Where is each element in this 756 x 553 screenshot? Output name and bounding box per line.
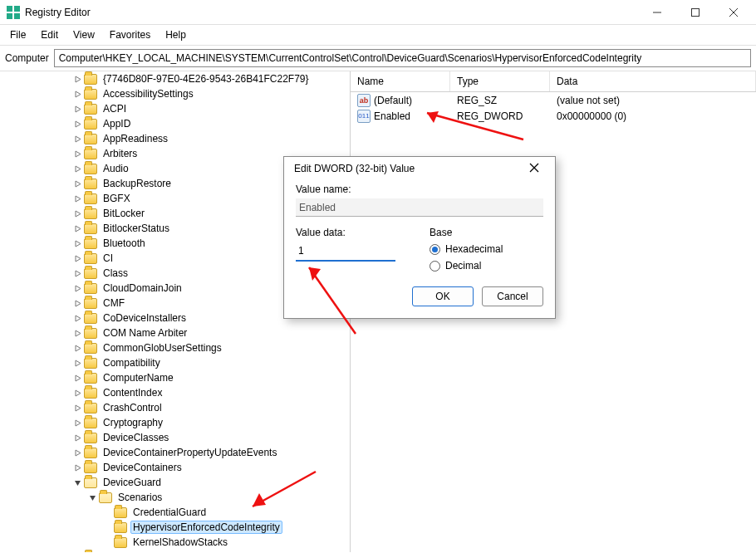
chevron-right-icon[interactable]: [71, 270, 83, 277]
value-type: REG_DWORD: [450, 110, 550, 122]
window-minimize-button[interactable]: [638, 0, 676, 25]
ok-button[interactable]: OK: [412, 286, 474, 306]
tree-node[interactable]: Scenarios: [0, 490, 346, 505]
tree-node[interactable]: DeviceContainerPropertyUpdateEvents: [0, 445, 346, 460]
dialog-close-button[interactable]: [522, 162, 547, 175]
svg-rect-0: [7, 6, 12, 12]
folder-icon: [84, 179, 97, 189]
chevron-right-icon[interactable]: [71, 300, 83, 307]
tree-node[interactable]: CommonGlobUserSettings: [0, 340, 346, 355]
value-row[interactable]: ab(Default)REG_SZ(value not set): [351, 92, 756, 108]
col-name[interactable]: Name: [351, 71, 450, 91]
value-data: (value not set): [550, 95, 756, 106]
tree-node[interactable]: DeviceContainers: [0, 460, 346, 475]
tree-node-label: DeviceOverrides: [101, 551, 179, 552]
menu-help[interactable]: Help: [159, 27, 193, 43]
chevron-right-icon[interactable]: [71, 76, 83, 83]
folder-icon: [84, 104, 97, 115]
address-bar: Computer: [0, 46, 756, 71]
tree-node-label: CI: [101, 252, 115, 264]
tree-node-label: CloudDomainJoin: [101, 282, 184, 294]
folder-icon: [84, 193, 97, 204]
tree-node-label: Compatibility: [101, 357, 163, 369]
folder-icon: [84, 373, 97, 384]
chevron-right-icon[interactable]: [71, 91, 83, 98]
window-maximize-button[interactable]: [676, 0, 714, 25]
tree-node[interactable]: {7746D80F-97E0-4E26-9543-26B41FC22F79}: [0, 71, 346, 86]
chevron-right-icon[interactable]: [71, 150, 83, 158]
address-label: Computer: [5, 52, 49, 64]
tree-node[interactable]: Compatibility: [0, 355, 346, 370]
tree-node[interactable]: AppID: [0, 116, 346, 131]
col-data[interactable]: Data: [550, 71, 756, 91]
chevron-right-icon[interactable]: [71, 434, 83, 442]
chevron-right-icon[interactable]: [71, 165, 83, 173]
value-row[interactable]: 011EnabledREG_DWORD0x00000000 (0): [351, 108, 756, 124]
tree-node[interactable]: HypervisorEnforcedCodeIntegrity: [0, 520, 346, 535]
menu-edit[interactable]: Edit: [34, 27, 65, 43]
chevron-right-icon[interactable]: [71, 360, 83, 367]
value-data-label: Value data:: [296, 227, 410, 238]
chevron-right-icon[interactable]: [71, 345, 83, 352]
chevron-right-icon[interactable]: [71, 330, 83, 337]
address-input[interactable]: [54, 49, 751, 67]
chevron-right-icon[interactable]: [71, 419, 83, 427]
tree-node-label: KernelShadowStacks: [130, 536, 230, 548]
menu-file[interactable]: File: [3, 27, 32, 43]
chevron-right-icon[interactable]: [71, 225, 83, 232]
menu-favorites[interactable]: Favorites: [103, 27, 157, 43]
tree-node[interactable]: AccessibilitySettings: [0, 86, 346, 101]
chevron-right-icon[interactable]: [71, 240, 83, 247]
chevron-right-icon[interactable]: [71, 210, 83, 218]
folder-icon: [84, 328, 97, 339]
tree-node[interactable]: AppReadiness: [0, 131, 346, 146]
chevron-right-icon[interactable]: [71, 374, 83, 382]
tree-node-label: DeviceContainers: [101, 462, 184, 473]
chevron-right-icon[interactable]: [71, 105, 83, 113]
chevron-right-icon[interactable]: [71, 255, 83, 262]
radio-decimal[interactable]: Decimal: [430, 260, 543, 272]
tree-node[interactable]: Cryptography: [0, 415, 346, 430]
tree-node-label: Bluetooth: [101, 237, 148, 249]
tree-node[interactable]: KernelShadowStacks: [0, 535, 346, 550]
tree-node[interactable]: ACPI: [0, 101, 346, 116]
chevron-right-icon[interactable]: [71, 195, 83, 203]
radio-hexadecimal[interactable]: Hexadecimal: [430, 243, 543, 255]
menu-bar: File Edit View Favorites Help: [0, 25, 756, 46]
chevron-right-icon[interactable]: [71, 464, 83, 472]
window-close-button[interactable]: [714, 0, 753, 25]
chevron-right-icon[interactable]: [71, 180, 83, 188]
tree-node-label: DeviceGuard: [101, 477, 164, 488]
chevron-down-icon[interactable]: [71, 479, 83, 487]
tree-node[interactable]: CredentialGuard: [0, 505, 346, 520]
tree-node[interactable]: DeviceGuard: [0, 475, 346, 490]
tree-node-label: CMF: [101, 297, 127, 309]
folder-icon: [84, 343, 97, 354]
chevron-right-icon[interactable]: [71, 120, 83, 128]
folder-icon: [114, 522, 127, 533]
tree-node[interactable]: DeviceOverrides: [0, 550, 346, 552]
chevron-right-icon[interactable]: [71, 389, 83, 397]
cancel-button[interactable]: Cancel: [482, 286, 543, 306]
chevron-right-icon[interactable]: [71, 404, 83, 412]
tree-node[interactable]: ContentIndex: [0, 385, 346, 400]
tree-node-label: Audio: [101, 163, 131, 174]
folder-icon: [84, 448, 97, 458]
chevron-down-icon[interactable]: [86, 494, 98, 502]
folder-icon: [84, 253, 97, 264]
chevron-right-icon[interactable]: [71, 315, 83, 322]
chevron-right-icon[interactable]: [71, 449, 83, 457]
tree-node-label: Arbiters: [101, 148, 140, 159]
col-type[interactable]: Type: [450, 71, 550, 91]
tree-node[interactable]: ComputerName: [0, 370, 346, 385]
tree-node-label: CoDeviceInstallers: [101, 312, 189, 324]
value-data-input[interactable]: [296, 242, 395, 262]
tree-node[interactable]: CrashControl: [0, 400, 346, 415]
chevron-right-icon[interactable]: [71, 135, 83, 143]
tree-node[interactable]: COM Name Arbiter: [0, 325, 346, 340]
tree-node-label: DeviceClasses: [101, 432, 171, 443]
folder-icon: [99, 492, 112, 503]
chevron-right-icon[interactable]: [71, 285, 83, 292]
tree-node[interactable]: DeviceClasses: [0, 430, 346, 445]
menu-view[interactable]: View: [66, 27, 101, 43]
